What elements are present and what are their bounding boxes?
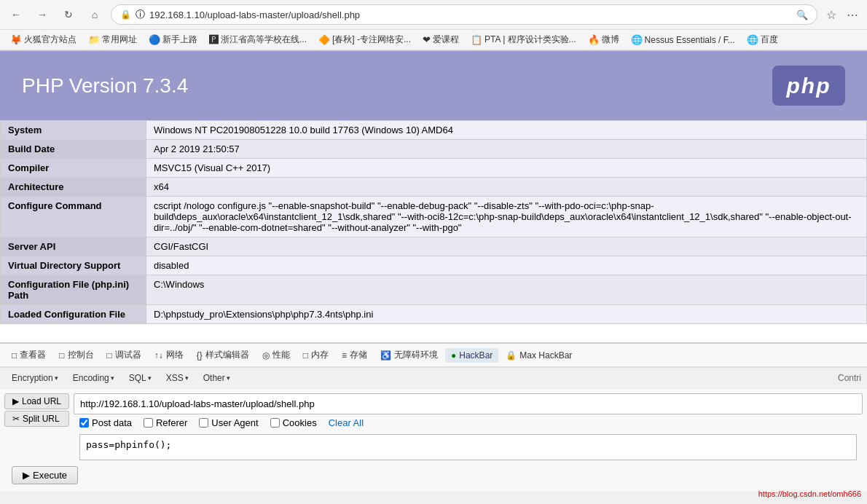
bookmark-pta[interactable]: 📋 PTA | 程序设计类实验... (466, 32, 581, 47)
bookmark-label: PTA | 程序设计类实验... (484, 34, 576, 46)
devtool-storage[interactable]: ≡ 存储 (336, 347, 373, 363)
table-cell-value: Apr 2 2019 21:50:57 (146, 140, 867, 159)
bookmark-label: Nessus Essentials / F... (645, 35, 735, 45)
xss-menu[interactable]: XSS ▾ (160, 371, 195, 385)
devtool-inspector[interactable]: □ 查看器 (6, 347, 52, 363)
p-icon: 🅿 (209, 34, 219, 45)
user-agent-checkbox-label[interactable]: User Agent (199, 417, 258, 428)
bookmark-baidu[interactable]: 🌐 百度 (742, 32, 782, 47)
bookmark-nessus[interactable]: 🌐 Nessus Essentials / F... (627, 33, 740, 47)
table-cell-value: cscript /nologo configure.js "--enable-s… (146, 197, 867, 237)
execute-button[interactable]: ▶ Execute (12, 466, 78, 484)
devtool-console[interactable]: □ 控制台 (53, 347, 99, 363)
other-label: Other (203, 373, 225, 383)
inspector-icon: □ (12, 350, 17, 361)
accessibility-icon: ♿ (380, 350, 391, 361)
table-cell-value: C:\Windows (146, 275, 867, 305)
heart-icon: ❤ (423, 34, 431, 45)
bookmark-common[interactable]: 📁 常用网址 (84, 32, 141, 47)
post-data-label: Post data (92, 417, 132, 428)
bookmark-icon[interactable]: ☆ (823, 5, 839, 25)
table-cell-label: Configuration File (php.ini) Path (1, 275, 146, 305)
style-icon: {} (197, 350, 203, 361)
max-hackbar-lock-icon: 🔒 (506, 350, 517, 361)
clipboard-icon: 📋 (471, 34, 482, 45)
hackbar-menu-row: Encryption ▾ Encoding ▾ SQL ▾ XSS ▾ Othe… (0, 368, 867, 389)
table-cell-label: Virtual Directory Support (1, 256, 146, 275)
bookmark-foxofficial[interactable]: 🦊 火狐官方站点 (6, 32, 81, 47)
php-logo: php (772, 66, 845, 106)
table-cell-value: Windows NT PC201908051228 10.0 build 177… (146, 121, 867, 140)
table-row: Server API CGI/FastCGI (1, 237, 867, 256)
devtool-network[interactable]: ↑↓ 网络 (149, 347, 189, 363)
other-arrow: ▾ (227, 374, 230, 382)
table-row: System Windows NT PC201908051228 10.0 bu… (1, 121, 867, 140)
load-url-icon: ▶ (12, 396, 19, 406)
hackbar-url-input[interactable] (74, 393, 863, 414)
xss-arrow: ▾ (185, 374, 189, 382)
devtool-label: 控制台 (68, 349, 94, 361)
encoding-label: Encoding (73, 373, 109, 383)
devtool-debugger[interactable]: □ 调试器 (101, 347, 147, 363)
encryption-menu[interactable]: Encryption ▾ (6, 371, 64, 385)
bookmark-icourse[interactable]: ❤ 爱课程 (418, 32, 463, 47)
referer-checkbox-label[interactable]: Referer (144, 417, 187, 428)
table-row: Loaded Configuration File D:\phpstudy_pr… (1, 305, 867, 324)
php-header: PHP Version 7.3.4 php (0, 51, 867, 120)
devtool-style-editor[interactable]: {} 样式编辑器 (191, 347, 255, 363)
table-row: Build Date Apr 2 2019 21:50:57 (1, 140, 867, 159)
post-data-checkbox[interactable] (79, 418, 89, 428)
bookmark-chunqiu[interactable]: 🔶 [春秋] -专注网络安... (314, 32, 415, 47)
table-cell-value: x64 (146, 178, 867, 197)
baidu-icon: 🌐 (747, 34, 758, 45)
devtool-label: Max HackBar (519, 350, 572, 361)
devtool-label: 网络 (166, 349, 184, 361)
load-url-button[interactable]: ▶ Load URL (4, 393, 69, 409)
csdn-link[interactable]: https://blog.csdn.net/omh666 (758, 489, 861, 492)
table-cell-value: CGI/FastCGI (146, 237, 867, 256)
referer-checkbox[interactable] (144, 418, 153, 428)
devtool-memory[interactable]: □ 内存 (297, 347, 334, 363)
devtool-hackbar[interactable]: ● HackBar (445, 348, 498, 363)
lock-text: ⓘ (136, 8, 145, 21)
post-data-input[interactable] (79, 434, 857, 460)
bookmark-zhejiang[interactable]: 🅿 浙江省高等学校在线... (205, 32, 311, 47)
page-content: PHP Version 7.3.4 php System Windows NT … (0, 51, 867, 342)
contri-link[interactable]: Contri (838, 373, 861, 383)
devtool-performance[interactable]: ◎ 性能 (256, 347, 296, 363)
home-button[interactable]: ⌂ (85, 4, 105, 25)
bookmark-newbie[interactable]: 🔵 新手上路 (144, 32, 202, 47)
forward-button[interactable]: → (32, 4, 52, 25)
table-cell-label: Server API (1, 237, 146, 256)
table-row: Configuration File (php.ini) Path C:\Win… (1, 275, 867, 305)
menu-icon[interactable]: ⋯ (844, 5, 861, 25)
back-button[interactable]: ← (6, 4, 26, 25)
cookies-checkbox-label[interactable]: Cookies (270, 417, 317, 428)
network-icon: ↑↓ (154, 350, 163, 361)
sql-menu[interactable]: SQL ▾ (123, 371, 157, 385)
table-cell-value: MSVC15 (Visual C++ 2017) (146, 159, 867, 178)
fire-icon: 🔥 (588, 34, 600, 45)
url-input[interactable] (149, 9, 792, 20)
bookmark-label: 爱课程 (433, 34, 459, 46)
execute-play-icon: ▶ (23, 470, 30, 481)
post-data-checkbox-label[interactable]: Post data (79, 417, 132, 428)
browser-toolbar: ← → ↻ ⌂ 🔒 ⓘ 🔍 ☆ ⋯ (0, 0, 867, 30)
split-url-button[interactable]: ✂ Split URL (4, 411, 69, 427)
orange-icon: 🔶 (318, 34, 330, 45)
encoding-menu[interactable]: Encoding ▾ (67, 371, 120, 385)
cookies-checkbox[interactable] (270, 418, 280, 428)
table-cell-label: Build Date (1, 140, 146, 159)
clear-all-link[interactable]: Clear All (329, 417, 364, 428)
user-agent-checkbox[interactable] (199, 418, 208, 428)
other-menu[interactable]: Other ▾ (197, 371, 236, 385)
devtool-accessibility[interactable]: ♿ 无障碍环境 (374, 347, 444, 363)
table-row: Architecture x64 (1, 178, 867, 197)
sql-arrow: ▾ (148, 374, 152, 382)
reload-button[interactable]: ↻ (58, 4, 79, 25)
bookmark-weibo[interactable]: 🔥 微博 (584, 32, 624, 47)
encryption-label: Encryption (12, 373, 53, 383)
php-version-title: PHP Version 7.3.4 (22, 74, 188, 98)
console-icon: □ (59, 350, 64, 361)
devtool-max-hackbar[interactable]: 🔒 Max HackBar (500, 348, 578, 363)
